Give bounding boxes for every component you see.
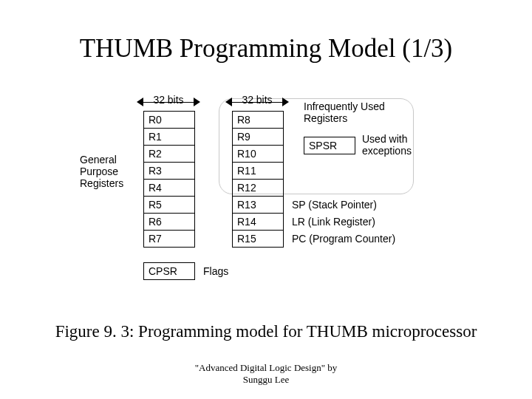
footer-line2: Sunggu Lee (0, 374, 532, 386)
spsr-note: Used with exceptions (362, 133, 412, 157)
spsr-box: SPSR (304, 137, 355, 154)
infreq-label: Infrequently Used Registers (304, 100, 385, 124)
reg-cell: R15 (233, 231, 283, 248)
reg-cell: R3 (144, 163, 194, 180)
width-label-col1: 32 bits (137, 94, 200, 106)
reg-col2: R8 R9 R10 R11 R12 R13 R14 R15 (232, 111, 284, 248)
reg-cell: R9 (233, 129, 283, 146)
r15-note: PC (Program Counter) (292, 233, 395, 245)
reg-cell: R5 (144, 197, 194, 214)
reg-cell: R11 (233, 163, 283, 180)
flags-label: Flags (203, 265, 228, 277)
reg-cell: R6 (144, 214, 194, 231)
width-arrow-col1: 32 bits (137, 96, 200, 108)
figure-diagram: 32 bits 32 bits General Purpose Register… (0, 96, 532, 310)
reg-cell: R7 (144, 231, 194, 248)
r14-note: LR (Link Register) (292, 216, 375, 228)
reg-cell: R4 (144, 180, 194, 197)
reg-col1: R0 R1 R2 R3 R4 R5 R6 R7 (143, 111, 195, 248)
reg-cell: R0 (144, 112, 194, 129)
width-arrow-col2: 32 bits (225, 96, 289, 108)
reg-cell: R8 (233, 112, 283, 129)
slide: THUMB Programming Model (1/3) 32 bits 32… (0, 0, 532, 399)
reg-cell: R2 (144, 146, 194, 163)
reg-cell: R14 (233, 214, 283, 231)
r13-note: SP (Stack Pointer) (292, 199, 377, 211)
cpsr-box: CPSR (143, 262, 195, 280)
reg-cell: R10 (233, 146, 283, 163)
reg-cell: R1 (144, 129, 194, 146)
gpr-label: General Purpose Registers (80, 154, 123, 189)
slide-title: THUMB Programming Model (1/3) (0, 34, 532, 64)
reg-cell: R12 (233, 180, 283, 197)
reg-cell: R13 (233, 197, 283, 214)
footer-line1: "Advanced Digital Logic Design" by (0, 362, 532, 374)
width-label-col2: 32 bits (225, 94, 289, 106)
figure-caption: Figure 9. 3: Programming model for THUMB… (0, 322, 532, 341)
footer: "Advanced Digital Logic Design" by Sungg… (0, 362, 532, 386)
